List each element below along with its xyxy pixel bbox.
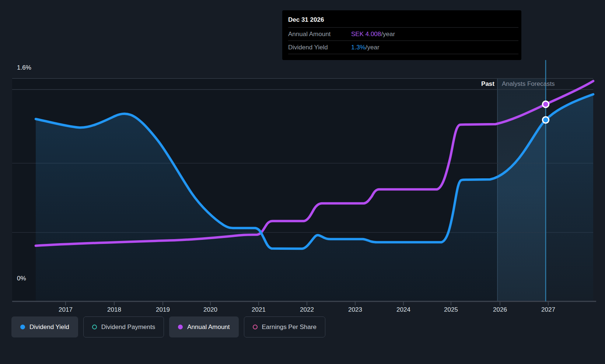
legend-label: Annual Amount <box>187 323 230 331</box>
earnings-per-share-ring-icon <box>253 325 258 329</box>
x-axis-year-label: 2019 <box>156 306 170 314</box>
chart-legend: Dividend Yield Dividend Payments Annual … <box>11 316 325 337</box>
legend-button-dividend-payments[interactable]: Dividend Payments <box>83 316 164 337</box>
x-axis-year-label: 2023 <box>348 306 362 314</box>
tooltip-value-suffix: /year <box>366 44 380 51</box>
annual-amount-dot-icon <box>178 325 183 329</box>
dividend-payments-ring-icon <box>92 325 97 329</box>
tooltip-date: Dec 31 2026 <box>282 10 521 27</box>
legend-button-dividend-yield[interactable]: Dividend Yield <box>11 316 78 337</box>
x-axis-year-label: 2021 <box>252 306 266 314</box>
legend-label: Dividend Yield <box>29 323 69 331</box>
tooltip-row-dividend-yield: Dividend Yield 1.3%/year <box>288 41 518 54</box>
tooltip-label: Dividend Yield <box>288 44 351 51</box>
x-axis: 2017201820192020202120222023202420252026… <box>0 306 605 315</box>
past-region-label: Past <box>481 80 494 88</box>
legend-label: Earnings Per Share <box>262 323 317 331</box>
x-axis-year-label: 2020 <box>203 306 217 314</box>
tooltip-label: Annual Amount <box>288 31 351 38</box>
tooltip-row-annual-amount: Annual Amount SEK 4.008/year <box>288 27 518 41</box>
legend-button-annual-amount[interactable]: Annual Amount <box>169 316 238 337</box>
x-axis-year-label: 2018 <box>107 306 121 314</box>
x-axis-year-label: 2024 <box>396 306 410 314</box>
legend-label: Dividend Payments <box>101 323 155 331</box>
y-axis-min-label: 0% <box>17 275 26 282</box>
x-axis-year-label: 2027 <box>541 306 555 314</box>
y-axis-max-label: 1.6% <box>17 64 31 71</box>
tooltip-value-suffix: /year <box>381 31 395 38</box>
x-axis-year-label: 2022 <box>300 306 314 314</box>
cursor-marker-dividend-yield <box>543 117 549 123</box>
x-axis-year-label: 2026 <box>493 306 507 314</box>
dividend-chart-page: 1.6% 0% Past Analysts Forecasts 20172018… <box>0 0 605 364</box>
tooltip-value: SEK 4.008 <box>351 31 381 38</box>
tooltip-value: 1.3% <box>351 44 366 51</box>
hover-tooltip: Dec 31 2026 Annual Amount SEK 4.008/year… <box>282 10 521 60</box>
dividend-yield-dot-icon <box>20 325 25 329</box>
legend-button-earnings-per-share[interactable]: Earnings Per Share <box>244 316 325 337</box>
cursor-marker-annual-amount <box>543 101 549 108</box>
forecast-region-label: Analysts Forecasts <box>502 80 555 88</box>
x-axis-year-label: 2017 <box>59 306 73 314</box>
x-axis-year-label: 2025 <box>444 306 458 314</box>
